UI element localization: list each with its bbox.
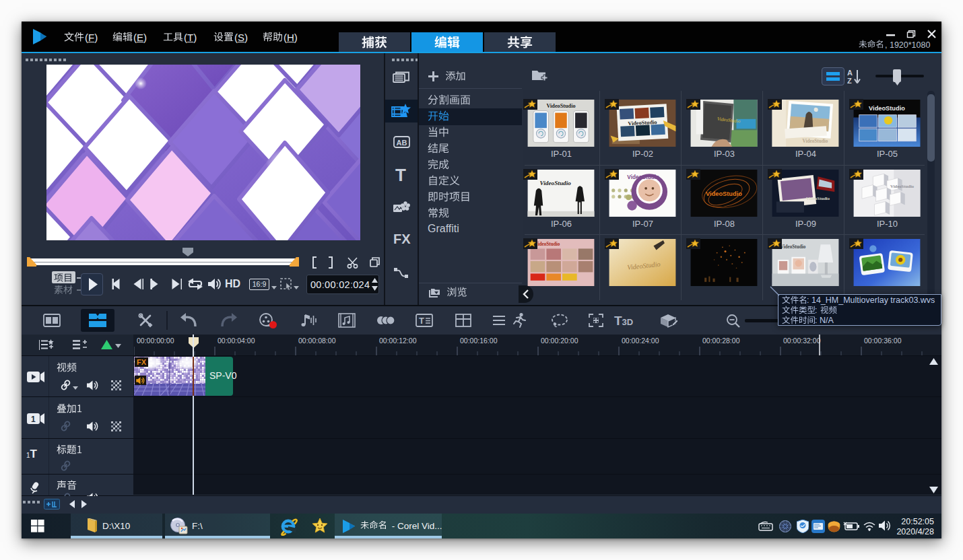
svg-text:00:00:04:00: 00:00:04:00: [218, 337, 255, 345]
svg-text:00:00:16:00: 00:00:16:00: [460, 337, 498, 345]
svg-text:00:00:08:00: 00:00:08:00: [298, 337, 336, 345]
svg-text:00:00:24:00: 00:00:24:00: [622, 337, 659, 345]
svg-text:A: A: [847, 69, 853, 77]
svg-text:VideoStudio: VideoStudio: [706, 190, 742, 197]
svg-text:00:00:28:00: 00:00:28:00: [702, 337, 740, 345]
svg-text:VideoStudio: VideoStudio: [546, 103, 575, 109]
svg-text:VideoStudio: VideoStudio: [535, 242, 560, 247]
svg-text:VideoStudio: VideoStudio: [781, 244, 806, 250]
svg-text:VideoStudio: VideoStudio: [890, 184, 915, 188]
svg-text:VideoStudio: VideoStudio: [627, 174, 659, 180]
svg-text:00:00:36:00: 00:00:36:00: [864, 337, 902, 345]
svg-text:T: T: [419, 316, 424, 326]
svg-text:00:00:20:00: 00:00:20:00: [541, 337, 578, 345]
svg-text:VideoStudio: VideoStudio: [806, 196, 830, 201]
svg-text:VideoStudio: VideoStudio: [803, 139, 828, 144]
svg-text:Z: Z: [847, 77, 852, 85]
svg-text:00:00:00:00: 00:00:00:00: [137, 337, 174, 345]
svg-text:AB: AB: [397, 139, 407, 147]
svg-text:00:00:32:00: 00:00:32:00: [783, 337, 821, 345]
svg-text:1: 1: [31, 415, 36, 424]
svg-text:00:00:12:00: 00:00:12:00: [379, 337, 417, 345]
svg-text:VideoStudio: VideoStudio: [540, 180, 572, 186]
svg-text:VideoStudio: VideoStudio: [869, 105, 905, 112]
